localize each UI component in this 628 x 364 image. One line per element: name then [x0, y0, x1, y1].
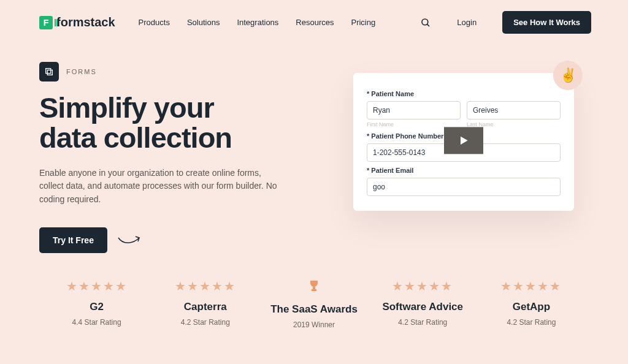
hero-subhead: Enable anyone in your organization to cr… [39, 167, 285, 207]
rating-sub: 4.2 Star Rating [372, 318, 474, 327]
search-icon[interactable] [420, 17, 431, 28]
svg-line-1 [427, 24, 430, 26]
stars-icon: ★★★★★ [372, 279, 474, 294]
see-how-it-works-button[interactable]: See How It Works [502, 11, 591, 34]
ratings-row: ★★★★★ G2 4.4 Star Rating ★★★★★ Capterra … [0, 253, 628, 329]
last-name-input[interactable] [467, 101, 561, 119]
nav-link-integrations[interactable]: Integrations [237, 18, 278, 27]
hero-headline: Simplify your data collection [39, 93, 303, 153]
rating-sub: 4.2 Star Rating [480, 318, 583, 327]
rating-saas-awards: The SaaS Awards 2019 Winner [262, 279, 365, 329]
svg-rect-3 [47, 70, 52, 75]
nav-link-products[interactable]: Products [139, 18, 170, 27]
product-tag: FORMS [39, 62, 303, 82]
email-input[interactable] [367, 178, 561, 196]
rating-name: Capterra [154, 301, 256, 313]
stars-icon: ★★★★★ [154, 279, 256, 294]
rating-capterra: ★★★★★ Capterra 4.2 Star Rating [154, 279, 256, 329]
field-label-name: Patient Name [367, 90, 561, 97]
rating-g2: ★★★★★ G2 4.4 Star Rating [45, 279, 148, 329]
stars-icon: ★★★★★ [480, 279, 583, 294]
brand-logo[interactable]: F formstack [39, 15, 115, 29]
rating-name: GetApp [480, 301, 583, 313]
try-it-free-button[interactable]: Try It Free [39, 227, 107, 253]
play-video-button[interactable] [444, 127, 483, 154]
nav-link-solutions[interactable]: Solutions [187, 18, 220, 27]
product-tag-label: FORMS [66, 68, 97, 75]
rating-name: The SaaS Awards [262, 303, 365, 316]
rating-sub: 4.4 Star Rating [45, 318, 148, 327]
headline-line-2: data collection [39, 121, 232, 154]
rating-name: G2 [45, 301, 148, 313]
stars-icon: ★★★★★ [45, 279, 148, 294]
hero-copy: FORMS Simplify your data collection Enab… [39, 62, 303, 253]
svg-point-0 [422, 19, 428, 25]
rating-name: Software Advice [372, 301, 474, 313]
nav-link-pricing[interactable]: Pricing [351, 18, 375, 27]
nav-link-resources[interactable]: Resources [296, 18, 334, 27]
arrow-doodle-icon [117, 234, 142, 246]
top-nav: F formstack Products Solutions Integrati… [0, 0, 628, 45]
rating-getapp: ★★★★★ GetApp 4.2 Star Rating [480, 279, 583, 329]
svg-rect-2 [46, 69, 51, 74]
rating-sub: 4.2 Star Rating [154, 318, 256, 327]
headline-line-1: Simplify your [39, 91, 214, 124]
form-preview-card: ✌️ Patient Name First Name Last Name Pat… [353, 73, 574, 211]
rating-sub: 2019 Winner [262, 320, 365, 329]
field-label-email: Patient Email [367, 167, 561, 174]
first-name-input[interactable] [367, 101, 461, 119]
forms-icon [39, 62, 59, 82]
hero-section: FORMS Simplify your data collection Enab… [0, 45, 628, 253]
nav-links: Products Solutions Integrations Resource… [139, 18, 376, 27]
brand-name: formstack [56, 15, 115, 29]
avatar-icon: ✌️ [553, 61, 583, 90]
rating-software-advice: ★★★★★ Software Advice 4.2 Star Rating [372, 279, 474, 329]
trophy-icon [262, 279, 365, 296]
hero-media: ✌️ Patient Name First Name Last Name Pat… [315, 62, 591, 253]
login-link[interactable]: Login [457, 18, 477, 27]
brand-mark-icon: F [39, 16, 53, 29]
